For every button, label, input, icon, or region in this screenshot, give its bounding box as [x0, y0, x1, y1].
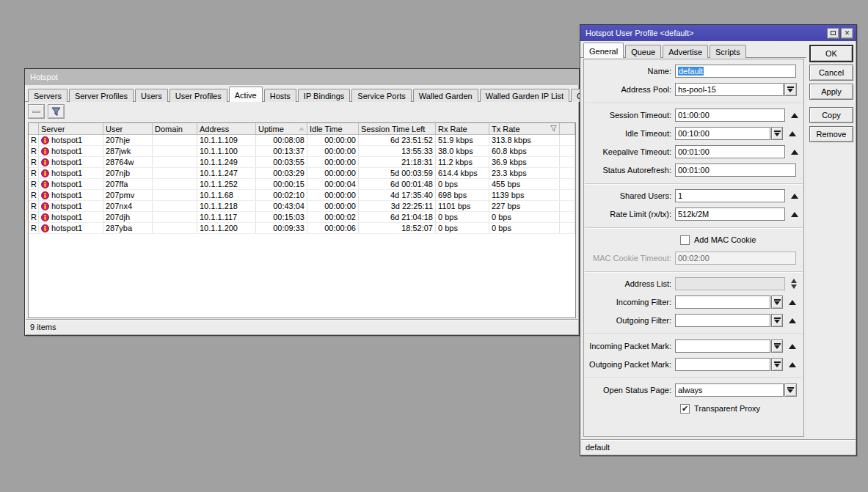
name-input[interactable]: default	[675, 65, 796, 78]
spin-up-icon[interactable]	[791, 113, 798, 118]
tab-server-profiles[interactable]: Server Profiles	[69, 89, 134, 102]
separator	[585, 183, 803, 184]
dropdown-icon	[774, 131, 781, 137]
incoming-packet-mark-input[interactable]	[675, 339, 770, 353]
tab-user-profiles[interactable]: User Profiles	[169, 89, 227, 102]
spin-up-icon[interactable]	[791, 194, 798, 199]
outgoing-filter-dropdown-button[interactable]	[771, 314, 783, 327]
col-tx-rate[interactable]: Tx Rate	[489, 123, 560, 134]
table-row[interactable]: R hotspot1 207njb 10.1.1.247 00:03:29 00…	[29, 168, 575, 179]
col-session-time-left[interactable]: Session Time Left	[359, 123, 436, 134]
tab-service-ports[interactable]: Service Ports	[351, 89, 411, 102]
rate-limit-row: Rate Limit (rx/tx): 512k/2M	[584, 208, 803, 221]
keepalive-timeout-label: Keepalive Timeout:	[586, 147, 675, 156]
dialog-titlebar[interactable]: Hotspot User Profile <default> ✕	[580, 25, 856, 41]
idle-timeout-input[interactable]: 00:10:00	[675, 127, 770, 140]
outgoing-packet-mark-dropdown-button[interactable]	[771, 358, 783, 371]
open-status-page-input[interactable]: always	[675, 383, 784, 397]
row-server: hotspot1	[39, 168, 103, 178]
address-list-input[interactable]	[675, 277, 785, 290]
row-uptime: 00:13:37	[256, 146, 307, 156]
tab-users[interactable]: Users	[135, 89, 168, 102]
copy-button[interactable]: Copy	[809, 107, 853, 123]
cancel-button[interactable]: Cancel	[809, 65, 853, 81]
col-uptime-label: Uptime	[258, 125, 284, 133]
tab-general[interactable]: General	[583, 43, 624, 58]
row-rx-rate: 38.0 kbps	[436, 146, 489, 156]
spin-up-icon[interactable]	[789, 318, 796, 323]
incoming-packet-mark-dropdown-button[interactable]	[771, 339, 783, 353]
spin-up-icon[interactable]	[791, 150, 798, 155]
address-pool-dropdown-button[interactable]	[784, 83, 797, 96]
row-tx-rate: 23.3 kbps	[489, 168, 560, 178]
col-idle-time[interactable]: Idle Time	[307, 123, 359, 134]
idle-timeout-dropdown-button[interactable]	[771, 127, 783, 140]
filter-button[interactable]	[48, 104, 65, 119]
maximize-button[interactable]	[827, 28, 839, 39]
tab-walled-garden-ip-list[interactable]: Walled Garden IP List	[480, 89, 569, 102]
tab-hosts[interactable]: Hosts	[264, 89, 296, 102]
row-server: hotspot1	[39, 212, 103, 222]
table-row[interactable]: R hotspot1 28764w 10.1.1.249 00:03:55 00…	[29, 157, 575, 168]
column-filter-icon[interactable]	[550, 125, 557, 132]
col-domain[interactable]: Domain	[153, 123, 197, 134]
row-flag: R	[29, 135, 39, 145]
row-idle-time: 00:00:00	[307, 201, 359, 211]
tab-ip-bindings[interactable]: IP Bindings	[298, 89, 350, 102]
row-flag: R	[29, 201, 39, 211]
row-rx-rate: 11.2 kbps	[436, 157, 489, 167]
remove-button[interactable]: Remove	[809, 126, 853, 142]
apply-button[interactable]: Apply	[809, 84, 853, 100]
row-uptime: 00:15:03	[256, 212, 307, 222]
col-uptime[interactable]: Uptime	[256, 123, 307, 134]
spin-up-icon[interactable]	[789, 300, 796, 305]
open-status-page-dropdown-button[interactable]	[784, 383, 797, 397]
spin-up-icon[interactable]	[791, 212, 798, 217]
session-timeout-input[interactable]: 01:00:00	[675, 109, 785, 122]
row-session-time-left: 4d 17:35:40	[359, 190, 436, 200]
row-filler	[560, 179, 575, 189]
tab-queue[interactable]: Queue	[625, 45, 661, 58]
col-address[interactable]: Address	[197, 123, 256, 134]
status-autorefresh-input[interactable]: 00:01:00	[675, 164, 796, 177]
table-row[interactable]: R hotspot1 207hje 10.1.1.109 00:08:08 00…	[29, 135, 575, 146]
ok-button[interactable]: OK	[809, 45, 853, 62]
server-name: hotspot1	[51, 202, 82, 210]
spinner-updown-icon[interactable]	[791, 279, 797, 289]
table-row[interactable]: R hotspot1 207djh 10.1.1.117 00:15:03 00…	[29, 212, 575, 223]
hotspot-icon	[41, 213, 49, 221]
tab-active[interactable]: Active	[229, 87, 263, 102]
transparent-proxy-checkbox[interactable]: ✔	[680, 404, 690, 414]
separator	[585, 103, 803, 103]
col-server[interactable]: Server	[39, 123, 103, 134]
table-row[interactable]: R hotspot1 287jwk 10.1.1.100 00:13:37 00…	[29, 146, 575, 157]
keepalive-timeout-input[interactable]: 00:01:00	[675, 145, 785, 158]
table-row[interactable]: R hotspot1 207nx4 10.1.1.218 00:43:04 00…	[29, 201, 575, 212]
tab-scripts[interactable]: Scripts	[710, 45, 746, 58]
spin-up-icon[interactable]	[789, 131, 796, 136]
outgoing-packet-mark-input[interactable]	[675, 358, 770, 371]
tab-advertise[interactable]: Advertise	[663, 45, 708, 58]
col-user[interactable]: User	[103, 123, 153, 134]
add-mac-cookie-checkbox[interactable]	[680, 235, 690, 245]
table-row[interactable]: R hotspot1 207pmv 10.1.1.68 00:02:10 00:…	[29, 190, 575, 201]
table-row[interactable]: R hotspot1 207ffa 10.1.1.252 00:00:15 00…	[29, 179, 575, 190]
spin-up-icon[interactable]	[789, 344, 796, 349]
address-pool-input[interactable]: hs-pool-15	[675, 83, 784, 96]
tab-walled-garden[interactable]: Walled Garden	[413, 89, 478, 102]
remove-entry-button[interactable]	[28, 104, 45, 119]
hotspot-window-titlebar[interactable]: Hotspot	[25, 69, 579, 85]
shared-users-input[interactable]: 1	[675, 189, 785, 202]
outgoing-filter-input[interactable]	[675, 314, 770, 327]
add-mac-cookie-row: Add MAC Cookie	[584, 233, 803, 246]
tab-servers[interactable]: Servers	[28, 89, 68, 102]
spin-up-icon[interactable]	[789, 362, 796, 367]
incoming-filter-dropdown-button[interactable]	[771, 295, 783, 309]
table-row[interactable]: R hotspot1 287yba 10.1.1.200 00:09:33 00…	[29, 223, 575, 234]
incoming-filter-input[interactable]	[675, 295, 770, 309]
col-rx-rate[interactable]: Rx Rate	[436, 123, 489, 134]
close-button[interactable]: ✕	[841, 28, 853, 39]
rate-limit-input[interactable]: 512k/2M	[675, 208, 785, 221]
row-tx-rate: 60.8 kbps	[489, 146, 560, 156]
col-flag[interactable]	[29, 123, 39, 134]
